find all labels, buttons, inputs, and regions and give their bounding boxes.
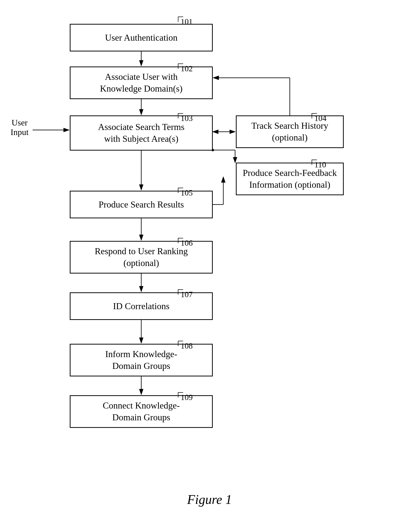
svg-text:Input: Input <box>11 127 29 137</box>
diagram-container: User Input User Authentication 101 <box>0 0 419 532</box>
box-user-authentication: User Authentication <box>70 24 213 51</box>
bracket-101 <box>176 16 191 23</box>
box-track-search-history: Track Search History(optional) <box>236 115 344 148</box>
bracket-107 <box>176 288 191 296</box>
box-search-feedback: Produce Search-FeedbackInformation (opti… <box>236 163 344 195</box>
figure-caption: Figure 1 <box>0 492 419 507</box>
bracket-102 <box>176 62 191 70</box>
bracket-103 <box>176 112 191 120</box>
bracket-110 <box>309 159 324 166</box>
bracket-106 <box>176 237 191 244</box>
bracket-108 <box>176 340 191 347</box>
svg-text:User: User <box>12 118 28 127</box>
bracket-109 <box>176 391 191 399</box>
bracket-104 <box>309 112 324 120</box>
bracket-105 <box>176 187 191 194</box>
